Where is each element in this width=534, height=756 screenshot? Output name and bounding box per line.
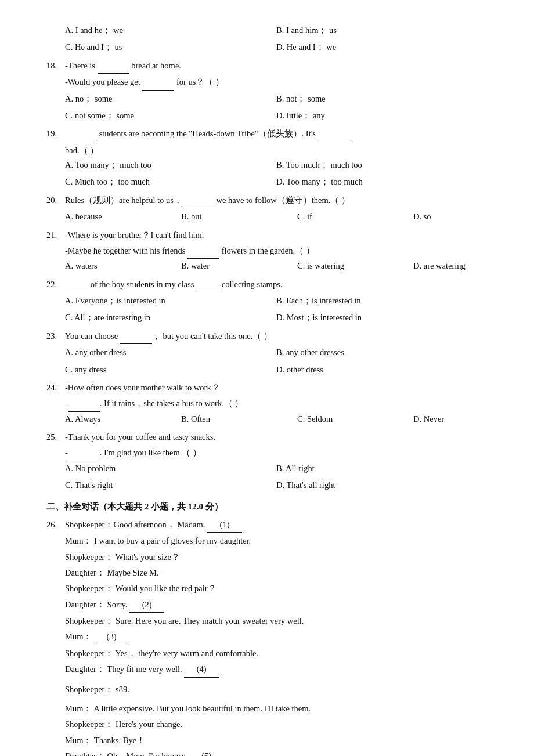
q25-opt-c: C. That's right xyxy=(65,478,276,493)
q24-line2: - . If it rains，she takes a bus to work.… xyxy=(65,396,488,411)
q23-block: 23. You can choose ， but you can't take … xyxy=(46,329,488,377)
q17-options-row2: C. He and I； us D. He and I； we xyxy=(65,40,488,55)
q20-blank1 xyxy=(182,193,214,208)
q24-opts-row1: A. Always B. Often C. Seldom D. Never xyxy=(65,412,488,426)
q25-opt-a: A. No problem xyxy=(65,461,276,476)
q26-intro: 26. Shopkeeper：Good afternoon， Madam. (1… xyxy=(46,518,488,533)
q22-block: 22. of the boy students in my class coll… xyxy=(46,277,488,325)
q18-opt-a: A. no； some xyxy=(65,92,276,106)
q21-block: 21. -Where is your brother？I can't find … xyxy=(46,228,488,274)
q20-block: 20. Rules（规则）are helpful to us， we have … xyxy=(46,193,488,225)
q23-opt-d: D. other dress xyxy=(276,363,488,377)
q19-num: 19. xyxy=(46,126,65,141)
q26-blank3: (3) xyxy=(94,630,129,645)
q23-opt-a: A. any other dress xyxy=(65,345,276,360)
q21-opt-c: C. is watering xyxy=(297,259,413,273)
q24-opt-b: B. Often xyxy=(181,412,297,426)
q19-block: 19. students are becoming the "Heads-dow… xyxy=(46,126,488,190)
q23-opt-b: B. any other dresses xyxy=(276,345,488,360)
q21-line2: -Maybe he together with his friends flow… xyxy=(65,244,488,259)
q22-blank1 xyxy=(65,277,88,292)
q19-line1: 19. students are becoming the "Heads-dow… xyxy=(46,126,488,142)
q24-text1: -How often does your mother walk to work… xyxy=(65,381,488,395)
q25-block: 25. -Thank you for your coffee and tasty… xyxy=(46,430,488,493)
q25-text1: -Thank you for your coffee and tasty sna… xyxy=(65,430,488,444)
q26-d10: Shopkeeper： s89. xyxy=(65,682,488,697)
q18-opt-b: B. not； some xyxy=(276,92,488,106)
q22-num: 22. xyxy=(46,277,65,292)
q26-blank5: (5) xyxy=(189,749,224,756)
q19-opt-d: D. Too many； too much xyxy=(276,175,488,189)
q26-d12: Shopkeeper： Here's your change. xyxy=(65,717,488,732)
q18-opt-d: D. little； any xyxy=(276,108,488,123)
q26-d7: Mum： (3) xyxy=(65,630,488,645)
q18-text1: -There is bread at home. xyxy=(65,59,488,74)
q26-d13: Mum： Thanks. Bye！ xyxy=(65,733,488,748)
q26-d4: Shopkeeper： Would you like the red pair？ xyxy=(65,581,488,596)
q21-line1: 21. -Where is your brother？I can't find … xyxy=(46,228,488,243)
q22-text1: of the boy students in my class collecti… xyxy=(65,277,488,292)
q18-block: 18. -There is bread at home. -Would you … xyxy=(46,59,488,124)
q20-opt-c: C. if xyxy=(297,209,413,224)
q21-opts-row1: A. waters B. water C. is watering D. are… xyxy=(65,259,488,273)
q26-d8: Shopkeeper： Yes， they're very warm and c… xyxy=(65,646,488,661)
q17-opt-a: A. I and he； we xyxy=(65,23,276,38)
q26-block: 26. Shopkeeper：Good afternoon， Madam. (1… xyxy=(46,518,488,756)
q23-text1: You can choose ， but you can't take this… xyxy=(65,329,488,344)
q26-d11: Mum： A little expensive. But you look be… xyxy=(65,701,488,716)
q19-line2: bad.（ ） xyxy=(65,143,488,158)
q26-num: 26. xyxy=(46,518,65,532)
q18-line2: -Would you please get for us？（ ） xyxy=(65,75,488,90)
q26-d5: Daughter： Sorry. (2) xyxy=(65,598,488,613)
q18-num: 18. xyxy=(46,59,65,73)
q26-blank2: (2) xyxy=(129,598,164,613)
q17-options-row1: A. I and he； we B. I and him； us xyxy=(65,23,488,38)
q17-opt-c: C. He and I； us xyxy=(65,40,276,55)
q23-num: 23. xyxy=(46,329,65,343)
q18-opt-c: C. not some； some xyxy=(65,108,276,123)
q26-d14: Daughter： Oh，Mum. I'm hungry. (5) xyxy=(65,749,488,756)
q22-opt-d: D. Most；is interested in xyxy=(276,310,488,325)
q24-block: 24. -How often does your mother walk to … xyxy=(46,381,488,426)
q21-opt-b: B. water xyxy=(181,259,297,273)
q21-opt-a: A. waters xyxy=(65,259,181,273)
q26-d9: Daughter： They fit me very well. (4) xyxy=(65,662,488,677)
q24-blank1 xyxy=(68,396,100,411)
q21-opt-d: D. are watering xyxy=(413,259,529,273)
q20-opt-b: B. but xyxy=(181,209,297,224)
q25-line2: - . I'm glad you like them.（ ） xyxy=(65,446,488,461)
q20-num: 20. xyxy=(46,193,65,208)
q18-line1: 18. -There is bread at home. xyxy=(46,59,488,74)
q24-opt-c: C. Seldom xyxy=(297,412,413,426)
q26-blank4: (4) xyxy=(184,662,219,677)
q23-blank1 xyxy=(120,329,152,344)
q22-opts-row1: A. Everyone；is interested in B. Each；is … xyxy=(65,294,488,308)
q21-text1: -Where is your brother？I can't find him. xyxy=(65,228,488,243)
q20-opt-d: D. so xyxy=(413,209,529,224)
q23-opts-row2: C. any dress D. other dress xyxy=(65,363,488,377)
q19-blank1 xyxy=(65,126,97,142)
q25-opts-row2: C. That's right D. That's all right xyxy=(65,478,488,493)
q19-opt-a: A. Too many； much too xyxy=(65,158,276,172)
q26-d1: Mum： I want to buy a pair of gloves for … xyxy=(65,534,488,548)
q25-num: 25. xyxy=(46,430,65,444)
q19-opts-row1: A. Too many； much too B. Too much； much … xyxy=(65,158,488,172)
q17-opt-b: B. I and him； us xyxy=(276,23,488,38)
q25-opt-b: B. All right xyxy=(276,461,488,476)
q17-options: A. I and he； we B. I and him； us C. He a… xyxy=(46,23,488,55)
q25-opts-row1: A. No problem B. All right xyxy=(65,461,488,476)
q23-line1: 23. You can choose ， but you can't take … xyxy=(46,329,488,344)
q24-line1: 24. -How often does your mother walk to … xyxy=(46,381,488,395)
q22-opt-a: A. Everyone；is interested in xyxy=(65,294,276,308)
q19-opt-c: C. Much too； too much xyxy=(65,175,276,189)
q18-opts-row1: A. no； some B. not； some xyxy=(65,92,488,106)
section2-header: 二、补全对话（本大题共 2 小题，共 12.0 分） xyxy=(46,499,488,514)
q20-line1: 20. Rules（规则）are helpful to us， we have … xyxy=(46,193,488,208)
q25-blank1 xyxy=(68,446,100,461)
exam-page: A. I and he； we B. I and him； us C. He a… xyxy=(0,0,534,756)
q25-line1: 25. -Thank you for your coffee and tasty… xyxy=(46,430,488,444)
q21-blank1 xyxy=(187,244,219,259)
q20-text1: Rules（规则）are helpful to us， we have to f… xyxy=(65,193,488,208)
q21-num: 21. xyxy=(46,228,65,243)
q18-text2: -Would you please get for us？（ ） xyxy=(65,75,488,90)
